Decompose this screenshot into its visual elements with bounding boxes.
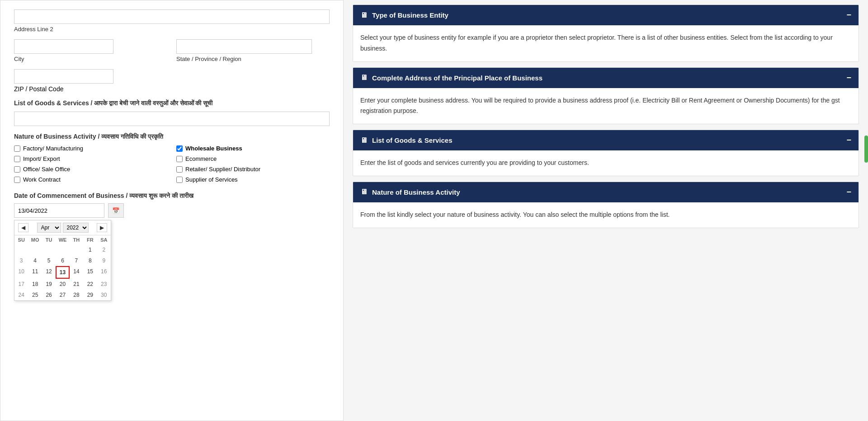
- nature-activity-collapse-button[interactable]: −: [846, 187, 851, 197]
- checkbox-office[interactable]: Office/ Sale Office: [14, 166, 167, 173]
- date-input[interactable]: [14, 203, 104, 218]
- calendar-grid: 1 2 3 4 5 6 7 8 9 10 11 12 13 14 15 16 1…: [14, 244, 111, 300]
- checkbox-wholesale[interactable]: Wholesale Business: [176, 145, 330, 152]
- checkbox-supplier[interactable]: Supplier of Services: [176, 176, 330, 183]
- calendar-year-select[interactable]: 201820192020 202120222023 2024: [63, 223, 89, 233]
- state-label: State / Province / Region: [176, 56, 330, 62]
- cal-day-26[interactable]: 26: [42, 290, 56, 300]
- wholesale-checkbox[interactable]: [176, 145, 183, 152]
- cal-day-1[interactable]: 1: [83, 244, 97, 255]
- state-input[interactable]: [176, 39, 312, 54]
- calendar-month-select[interactable]: JanFebMar AprMayJun JulAugSep OctNovDec: [37, 223, 61, 233]
- cal-day-25[interactable]: 25: [28, 290, 42, 300]
- monitor-icon-1: 🖥: [360, 11, 368, 19]
- calendar-selects: JanFebMar AprMayJun JulAugSep OctNovDec …: [37, 223, 89, 233]
- checkbox-factory[interactable]: Factory/ Manufacturing: [14, 145, 167, 152]
- checkboxes-grid: Factory/ Manufacturing Wholesale Busines…: [14, 145, 330, 183]
- checkbox-ecommerce[interactable]: Ecommerce: [176, 155, 330, 162]
- cal-day-13[interactable]: 13: [56, 266, 69, 279]
- cal-day-23[interactable]: 23: [97, 279, 111, 290]
- goods-services-section: List of Goods & Services / आपके द्वारा ब…: [14, 99, 330, 126]
- cal-day-empty: [56, 244, 69, 255]
- cal-day-21[interactable]: 21: [70, 279, 83, 290]
- cal-day-24[interactable]: 24: [14, 290, 28, 300]
- factory-label: Factory/ Manufacturing: [23, 145, 83, 152]
- address-line2-input[interactable]: [14, 9, 330, 24]
- cal-day-10[interactable]: 10: [14, 266, 28, 279]
- day-fr: FR: [83, 235, 97, 244]
- zip-input[interactable]: [14, 69, 113, 84]
- cal-day-19[interactable]: 19: [42, 279, 56, 290]
- office-checkbox[interactable]: [14, 166, 20, 173]
- goods-services-card: 🖥 List of Goods & Services − Enter the l…: [353, 130, 859, 176]
- import-checkbox[interactable]: [14, 156, 20, 162]
- complete-address-collapse-button[interactable]: −: [846, 73, 851, 83]
- monitor-icon-2: 🖥: [360, 74, 368, 82]
- calendar-next-button[interactable]: ▶: [97, 223, 107, 232]
- cal-day-12[interactable]: 12: [42, 266, 56, 279]
- left-form-panel: Address Line 2 City State / Province / R…: [0, 0, 344, 421]
- supplier-label: Supplier of Services: [185, 176, 238, 183]
- cal-day-22[interactable]: 22: [83, 279, 97, 290]
- cal-day-29[interactable]: 29: [83, 290, 97, 300]
- factory-checkbox[interactable]: [14, 145, 20, 152]
- cal-day-18[interactable]: 18: [28, 279, 42, 290]
- type-business-collapse-button[interactable]: −: [846, 10, 851, 20]
- cal-day-5[interactable]: 5: [42, 255, 56, 266]
- type-business-header: 🖥 Type of Business Entity −: [353, 5, 859, 25]
- checkbox-work[interactable]: Work Contract: [14, 176, 167, 183]
- goods-services-card-body: Enter the list of goods and services cur…: [353, 150, 859, 176]
- cal-day-empty: [28, 244, 42, 255]
- type-business-card: 🖥 Type of Business Entity − Select your …: [353, 5, 859, 62]
- cal-day-17[interactable]: 17: [14, 279, 28, 290]
- supplier-checkbox[interactable]: [176, 177, 183, 183]
- cal-day-4[interactable]: 4: [28, 255, 42, 266]
- goods-services-header-left: 🖥 List of Goods & Services: [360, 136, 453, 145]
- work-label: Work Contract: [23, 176, 61, 183]
- checkbox-retailer[interactable]: Retailer/ Supplier/ Distributor: [176, 166, 330, 173]
- cal-day-20[interactable]: 20: [56, 279, 69, 290]
- day-th: TH: [70, 235, 83, 244]
- day-tu: TU: [42, 235, 56, 244]
- city-input[interactable]: [14, 39, 113, 54]
- cal-day-7[interactable]: 7: [70, 255, 83, 266]
- ecommerce-checkbox[interactable]: [176, 156, 183, 162]
- cal-day-3[interactable]: 3: [14, 255, 28, 266]
- cal-day-14[interactable]: 14: [70, 266, 83, 279]
- ecommerce-label: Ecommerce: [185, 155, 217, 162]
- calendar-prev-button[interactable]: ◀: [18, 223, 28, 232]
- calendar-toggle-button[interactable]: 📅: [108, 203, 124, 218]
- scroll-indicator: [864, 136, 868, 163]
- nature-activity-title: Nature of Business Activity: [372, 188, 460, 196]
- cal-day-27[interactable]: 27: [56, 290, 69, 300]
- goods-services-card-title: List of Goods & Services: [372, 136, 453, 144]
- work-checkbox[interactable]: [14, 177, 20, 183]
- address-line2-row: Address Line 2: [14, 9, 330, 33]
- date-title: Date of Commencement of Business / व्यवस…: [14, 192, 330, 200]
- cal-day-2[interactable]: 2: [97, 244, 111, 255]
- nature-activity-header-left: 🖥 Nature of Business Activity: [360, 188, 460, 196]
- calendar-header: ◀ JanFebMar AprMayJun JulAugSep OctNovDe…: [14, 220, 111, 235]
- office-label: Office/ Sale Office: [23, 166, 70, 173]
- checkbox-import[interactable]: Import/ Export: [14, 155, 167, 162]
- wholesale-label: Wholesale Business: [185, 145, 242, 152]
- retailer-checkbox[interactable]: [176, 166, 183, 173]
- nature-activity-card: 🖥 Nature of Business Activity − From the…: [353, 182, 859, 228]
- cal-day-16[interactable]: 16: [97, 266, 111, 279]
- cal-day-8[interactable]: 8: [83, 255, 97, 266]
- nature-activity-body: From the list kindly select your nature …: [353, 202, 859, 228]
- goods-services-collapse-button[interactable]: −: [846, 136, 851, 145]
- cal-day-9[interactable]: 9: [97, 255, 111, 266]
- cal-day-30[interactable]: 30: [97, 290, 111, 300]
- cal-day-6[interactable]: 6: [56, 255, 69, 266]
- zip-section: ZIP / Postal Code: [14, 69, 330, 93]
- cal-day-11[interactable]: 11: [28, 266, 42, 279]
- cal-day-15[interactable]: 15: [83, 266, 97, 279]
- cal-day-empty: [14, 244, 28, 255]
- cal-day-28[interactable]: 28: [70, 290, 83, 300]
- nature-section: Nature of Business Activity / व्यवसाय गत…: [14, 133, 330, 183]
- date-section: Date of Commencement of Business / व्यवस…: [14, 192, 330, 301]
- state-group: State / Province / Region: [176, 39, 330, 62]
- calendar-icon: 📅: [112, 207, 120, 214]
- goods-services-input[interactable]: [14, 112, 330, 126]
